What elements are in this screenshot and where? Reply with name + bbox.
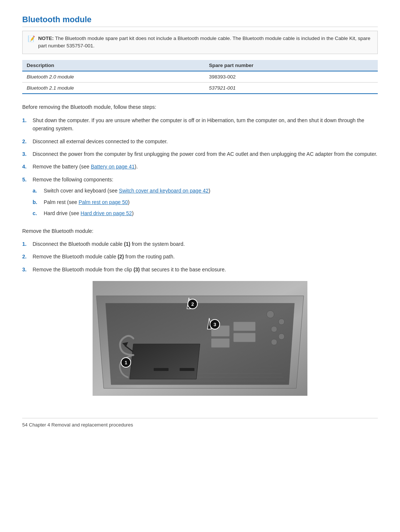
list-item: 1.Disconnect the Bluetooth module cable … bbox=[22, 240, 378, 248]
footer: 54 Chapter 4 Removal and replacement pro… bbox=[22, 418, 378, 428]
table-row: Bluetooth 2.0 module398393-002 bbox=[22, 71, 378, 83]
step-number: 2. bbox=[22, 252, 29, 261]
step-content: Disconnect all external devices connecte… bbox=[33, 137, 378, 145]
step-content: Disconnect the Bluetooth module cable (1… bbox=[33, 240, 378, 248]
step-number: 4. bbox=[22, 163, 29, 171]
step-callout: (1) bbox=[124, 241, 130, 247]
step-content: Remove the Bluetooth module from the cli… bbox=[33, 265, 378, 274]
svg-point-17 bbox=[271, 326, 277, 332]
sub-step-link[interactable]: Palm rest on page 50 bbox=[79, 199, 128, 205]
list-item: 1.Shut down the computer. If you are uns… bbox=[22, 116, 378, 133]
svg-rect-13 bbox=[233, 333, 256, 342]
table-cell-partnumber: 398393-002 bbox=[204, 71, 378, 83]
step-number: 5. bbox=[22, 175, 29, 184]
step-content: Disconnect the power from the computer b… bbox=[33, 150, 378, 158]
sub-step-content: Hard drive (see Hard drive on page 52) bbox=[44, 209, 134, 217]
step-content: Shut down the computer. If you are unsur… bbox=[33, 116, 378, 133]
diagram-svg: 1 2 3 bbox=[93, 281, 307, 396]
step-number: 3. bbox=[22, 265, 29, 274]
list-item: b.Palm rest (see Palm rest on page 50) bbox=[33, 198, 378, 206]
col-description-header: Description bbox=[22, 60, 204, 71]
sub-step-label: b. bbox=[33, 198, 40, 206]
list-item: 3.Disconnect the power from the computer… bbox=[22, 150, 378, 158]
note-icon: 📝 bbox=[28, 35, 35, 42]
list-item: c.Hard drive (see Hard drive on page 52) bbox=[33, 209, 378, 217]
step-content: Remove the following components:a.Switch… bbox=[33, 175, 378, 221]
step-number: 1. bbox=[22, 116, 29, 124]
svg-rect-12 bbox=[233, 322, 256, 331]
page-title: Bluetooth module bbox=[22, 15, 378, 27]
step-number: 1. bbox=[22, 240, 29, 248]
parts-table: Description Spare part number Bluetooth … bbox=[22, 60, 378, 94]
step-callout: (3) bbox=[133, 267, 140, 272]
note-text: NOTE: The Bluetooth module spare part ki… bbox=[38, 35, 372, 50]
sub-step-link[interactable]: Hard drive on page 52 bbox=[81, 210, 132, 216]
prereq-steps-list: 1.Shut down the computer. If you are uns… bbox=[22, 116, 378, 221]
sub-step-content: Palm rest (see Palm rest on page 50) bbox=[44, 198, 130, 206]
list-item: 2.Disconnect all external devices connec… bbox=[22, 137, 378, 145]
svg-point-19 bbox=[271, 339, 277, 345]
step-content: Remove the Bluetooth module cable (2) fr… bbox=[33, 252, 378, 261]
intro-text: Before removing the Bluetooth module, fo… bbox=[22, 103, 378, 111]
step-number: 2. bbox=[22, 137, 29, 145]
remove-steps-list: 1.Disconnect the Bluetooth module cable … bbox=[22, 240, 378, 274]
sub-step-label: a. bbox=[33, 187, 40, 195]
svg-point-15 bbox=[267, 311, 274, 318]
diagram-image: 1 2 3 bbox=[93, 281, 307, 396]
svg-point-18 bbox=[279, 334, 284, 339]
step-content: Remove the battery (see Battery on page … bbox=[33, 163, 378, 171]
table-cell-description: Bluetooth 2.0 module bbox=[22, 71, 204, 83]
sub-step-content: Switch cover and keyboard (see Switch co… bbox=[44, 187, 210, 195]
svg-rect-14 bbox=[211, 338, 230, 348]
svg-marker-8 bbox=[130, 344, 200, 379]
list-item: a.Switch cover and keyboard (see Switch … bbox=[33, 187, 378, 195]
table-cell-partnumber: 537921-001 bbox=[204, 82, 378, 94]
svg-text:2: 2 bbox=[191, 301, 194, 307]
footer-text: 54 Chapter 4 Removal and replacement pro… bbox=[22, 422, 133, 428]
remove-intro: Remove the Bluetooth module: bbox=[22, 227, 378, 235]
list-item: 2.Remove the Bluetooth module cable (2) … bbox=[22, 252, 378, 261]
sub-step-label: c. bbox=[33, 209, 40, 217]
sub-step-link[interactable]: Switch cover and keyboard on page 42 bbox=[119, 188, 209, 194]
note-box: 📝 NOTE: The Bluetooth module spare part … bbox=[22, 31, 378, 54]
svg-text:1: 1 bbox=[124, 360, 127, 365]
note-body: The Bluetooth module spare part kit does… bbox=[38, 36, 370, 48]
col-partnumber-header: Spare part number bbox=[204, 60, 378, 71]
list-item: 4.Remove the battery (see Battery on pag… bbox=[22, 163, 378, 171]
svg-point-16 bbox=[279, 319, 284, 325]
list-item: 3.Remove the Bluetooth module from the c… bbox=[22, 265, 378, 274]
svg-text:3: 3 bbox=[213, 322, 216, 327]
step-link[interactable]: Battery on page 41 bbox=[91, 164, 134, 170]
note-label: NOTE: bbox=[38, 36, 54, 41]
svg-rect-10 bbox=[180, 368, 194, 371]
list-item: 5.Remove the following components:a.Swit… bbox=[22, 175, 378, 221]
diagram-container: 1 2 3 bbox=[22, 281, 378, 396]
table-row: Bluetooth 2.1 module537921-001 bbox=[22, 82, 378, 94]
table-cell-description: Bluetooth 2.1 module bbox=[22, 82, 204, 94]
step-callout: (2) bbox=[118, 254, 124, 260]
svg-rect-9 bbox=[154, 368, 169, 371]
step-number: 3. bbox=[22, 150, 29, 158]
